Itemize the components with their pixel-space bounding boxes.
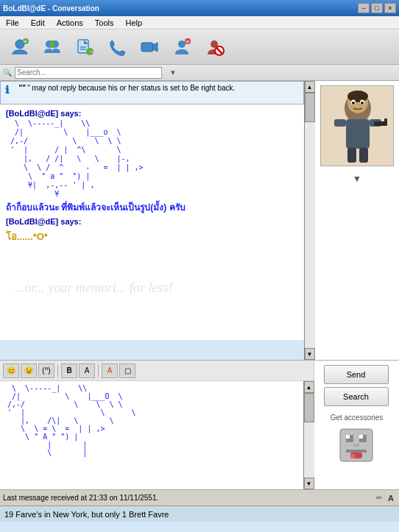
chat-message-1: [BoLdBl@dE] says: \ \-----_| \\ /| \ |__… — [6, 109, 298, 214]
block-button[interactable] — [200, 35, 228, 60]
edit-icon[interactable]: ✏ — [374, 493, 384, 503]
accessories-label: Get accessories — [331, 414, 384, 422]
video-button[interactable] — [135, 35, 163, 60]
svg-rect-5 — [50, 40, 54, 48]
emoji-button[interactable]: 😊 — [3, 363, 19, 378]
svg-rect-37 — [346, 435, 350, 439]
call-button[interactable] — [103, 35, 131, 60]
info-message: " may not reply because his or her statu… — [27, 84, 235, 92]
maximize-button[interactable]: □ — [371, 3, 383, 13]
window-controls: − □ × — [358, 3, 396, 13]
chat-scroll-container: ℹ "" " may not reply because his or her … — [0, 81, 304, 360]
input-scrollbar[interactable]: ▲ ▼ — [303, 381, 314, 489]
svg-point-26 — [361, 102, 364, 104]
status-bar: Last message received at 21:33 on 11/11/… — [0, 489, 399, 506]
menu-edit[interactable]: Edit — [28, 17, 48, 29]
info-text: "" " may not reply because his or her st… — [18, 84, 235, 92]
chat-messages-scroll[interactable]: ...or... your memori... for less! [BoLdB… — [0, 104, 304, 340]
accessories-panel: Get accessories — [331, 414, 384, 466]
invite-icon: × — [172, 37, 192, 57]
send-button[interactable]: Send — [324, 365, 389, 384]
menu-tools[interactable]: Tools — [92, 17, 117, 29]
input-left-panel: 😊 😉 (^) B A A ▢ \ \-----_| \\ /| \ |___O… — [0, 361, 314, 489]
title-bar: BoLdBl@dE - Conversation − □ × — [0, 0, 399, 16]
svg-text:→: → — [88, 48, 94, 55]
emoticon-button[interactable]: (^) — [38, 363, 54, 378]
add-contact-button[interactable]: + — [6, 35, 34, 60]
chat-message-3: โอ......*O* — [6, 229, 298, 244]
menu-actions[interactable]: Actions — [54, 17, 86, 29]
svg-rect-39 — [353, 444, 359, 447]
svg-marker-12 — [153, 43, 158, 52]
search-bar: 🔍 ▼ — [0, 65, 399, 81]
invite-button[interactable]: × — [168, 35, 196, 60]
font-size-icon[interactable]: A — [386, 493, 396, 503]
scroll-track — [305, 93, 315, 348]
input-right-panel: Send Search Get accessories — [314, 361, 399, 489]
avatar-scroll-down[interactable]: ▼ — [353, 174, 361, 184]
input-text-container: \ \-----_| \\ /| \ |___O \ /,-/ \ \ \ \ … — [0, 381, 314, 489]
font-button[interactable]: A — [79, 363, 95, 378]
menu-bar: File Edit Actions Tools Help — [0, 16, 399, 29]
svg-point-25 — [352, 102, 355, 104]
block-icon — [204, 37, 225, 57]
scroll-down-arrow[interactable]: ▼ — [305, 348, 315, 360]
close-button[interactable]: × — [384, 3, 396, 13]
svg-text:×: × — [186, 38, 190, 45]
send-file-icon: → — [74, 37, 95, 57]
svg-rect-38 — [359, 435, 363, 439]
svg-text:+: + — [24, 38, 27, 45]
search-arrow: ▼ — [169, 68, 177, 77]
toolbar: + → — [0, 29, 399, 65]
info-bar: ℹ "" " may not reply because his or her … — [0, 81, 304, 104]
bold-button[interactable]: B — [61, 363, 77, 378]
info-icon: ℹ — [5, 84, 15, 96]
search-input[interactable] — [15, 67, 162, 79]
minimize-button[interactable]: − — [358, 3, 370, 13]
bottom-bar: 19 Farve's in New York, but only 1 Brett… — [0, 506, 399, 522]
status-icons: ✏ A — [374, 493, 396, 503]
call-icon — [107, 37, 127, 57]
video-icon — [139, 37, 160, 57]
wink-button[interactable]: 😉 — [21, 363, 37, 378]
scroll-up-arrow[interactable]: ▲ — [305, 81, 315, 93]
separator-1 — [57, 364, 58, 377]
svg-rect-11 — [141, 43, 153, 52]
svg-rect-40 — [346, 450, 367, 453]
separator-2 — [98, 364, 99, 377]
accessory-icon — [336, 425, 377, 466]
svg-point-22 — [347, 91, 368, 102]
add-contact-icon: + — [10, 37, 30, 57]
send-file-button[interactable]: → — [71, 35, 99, 60]
send-im-icon — [42, 37, 63, 57]
ascii-art-1: \ \-----_| \\ /| \ |___o \ /,-/ \ \ \ \ … — [6, 119, 298, 199]
input-scroll-down[interactable]: ▼ — [304, 478, 314, 489]
svg-point-13 — [178, 40, 186, 48]
bottom-text: 19 Farve's in New York, but only 1 Brett… — [4, 510, 169, 519]
svg-rect-28 — [334, 119, 346, 127]
chat-scrollbar[interactable]: ▲ ▼ — [304, 81, 314, 360]
sender-name-3: โอ......*O* — [6, 229, 298, 244]
input-scroll-track — [304, 393, 314, 478]
action-buttons: Send Search — [324, 365, 390, 406]
font-color-button[interactable]: A — [102, 363, 118, 378]
menu-help[interactable]: Help — [122, 17, 145, 29]
sender-name-1: [BoLdBl@dE] says: — [6, 109, 298, 118]
chat-input-panel: 😊 😉 (^) B A A ▢ \ \-----_| \\ /| \ |___O… — [0, 361, 399, 489]
send-im-button[interactable] — [38, 35, 66, 60]
menu-file[interactable]: File — [3, 17, 22, 29]
right-panel: ▼ — [314, 81, 399, 360]
status-message: Last message received at 21:33 on 11/11/… — [3, 494, 158, 502]
input-scroll-up[interactable]: ▲ — [304, 381, 314, 393]
input-scroll-thumb[interactable] — [304, 393, 314, 422]
message-input[interactable]: \ \-----_| \\ /| \ |___O \ /,-/ \ \ \ \ … — [0, 381, 303, 489]
avatar-box — [320, 85, 394, 166]
input-toolbar: 😊 😉 (^) B A A ▢ — [0, 361, 314, 381]
chat-message-2: [BoLdBl@dE] says: — [6, 217, 298, 226]
scroll-thumb[interactable] — [305, 93, 315, 122]
background-button[interactable]: ▢ — [119, 363, 135, 378]
svg-rect-42 — [350, 454, 356, 458]
search-button[interactable]: Search — [324, 387, 389, 406]
svg-rect-33 — [359, 148, 368, 163]
svg-rect-27 — [346, 119, 370, 149]
